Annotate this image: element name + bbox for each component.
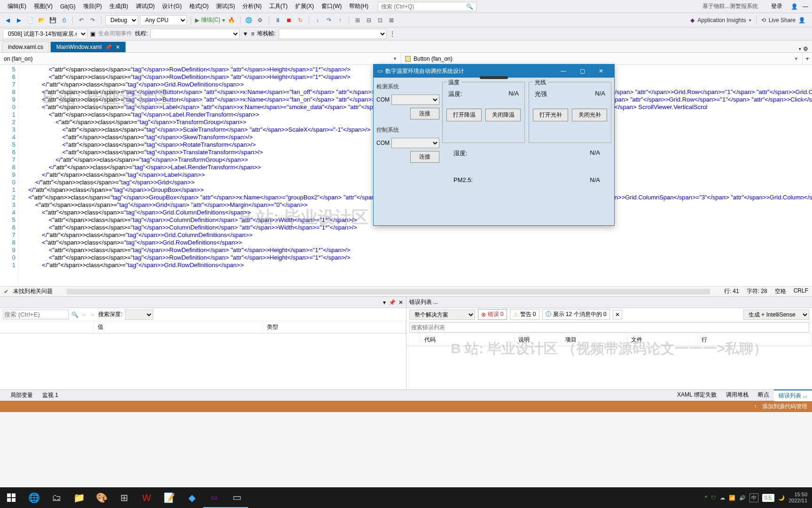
menu-project[interactable]: 项目(P) [79,0,106,12]
window-minimize-icon[interactable]: — [803,3,808,10]
scope-dropdown[interactable]: on (fan_on) ▼ [0,53,401,64]
liveshare-icon[interactable]: ⟲ [761,17,766,24]
menu-search-input[interactable] [381,3,466,10]
menu-design[interactable]: 设计(G) [158,0,185,12]
step-into-icon[interactable]: ↓ [313,16,322,25]
taskbar-app-icon[interactable]: 🎨 [90,487,113,508]
connect-button-2[interactable]: 连接 [410,151,439,163]
close-light-button[interactable]: 关闭光补 [572,109,607,121]
taskbar-app-icon[interactable]: ◆ [180,487,203,508]
member-dropdown[interactable]: Button (fan_on) ▼ [401,53,803,64]
pin-icon[interactable]: 📌 [105,44,112,50]
tab-cs-file[interactable]: indow.xaml.cs [2,41,49,52]
save-all-icon[interactable]: ⎙ [59,16,69,25]
nav-forward-icon[interactable]: ▶ [14,16,23,25]
open-file-icon[interactable]: 📂 [37,16,46,25]
build-select[interactable]: 生成 + IntelliSense [743,310,809,320]
config-select[interactable]: Debug [105,15,138,25]
com-select-1[interactable] [391,95,439,105]
start-button[interactable] [0,487,23,508]
minimize-button[interactable]: — [554,64,573,78]
undo-icon[interactable]: ↶ [77,16,86,25]
login-link[interactable]: 登录 [767,0,786,12]
close-cool-button[interactable]: 关闭降温 [485,109,521,121]
menu-build[interactable]: 生成(B) [106,0,132,12]
step-out-icon[interactable]: ↑ [336,16,345,25]
tray-ime-indicator[interactable]: 中 [750,493,758,502]
connect-button-1[interactable]: 连接 [410,108,439,119]
tab-errorlist[interactable]: 错误列表 ... [774,389,812,401]
depth-select[interactable] [125,310,153,320]
messages-filter[interactable]: ⓘ展示 12 个消息中的 0 [542,309,610,320]
taskbar-explorer-icon[interactable]: 📁 [68,487,90,508]
tray-security-icon[interactable]: 🛡 [711,495,716,500]
debug-toolbar-icon4[interactable]: ⊠ [387,16,396,25]
menu-search[interactable]: 🔍 [378,2,476,11]
watch-search-input[interactable] [3,310,69,319]
thread-select[interactable] [150,29,240,39]
eol-indicator[interactable]: CRLF [794,287,808,295]
user-icon[interactable]: 👤 [791,3,798,10]
toolbar-overflow-icon[interactable]: ⋮ [390,31,395,37]
restart-icon[interactable]: ↻ [296,16,305,25]
nav-back-icon[interactable]: ◀ [3,16,12,25]
taskbar-app-icon[interactable]: ⊞ [113,487,135,508]
tray-ime-icon[interactable]: S五 [762,494,774,502]
warnings-filter[interactable]: ⚠警告 0 [510,309,539,320]
new-file-icon[interactable]: 📄 [25,16,35,25]
line-indicator[interactable]: 行: 41 [724,287,739,295]
errorlist-search-input[interactable] [409,322,810,333]
menu-test[interactable]: 测试(S) [212,0,239,12]
tab-callstack[interactable]: 调用堆栈 [721,389,753,401]
tray-up-icon[interactable]: ^ [705,495,707,500]
taskbar-edge-icon[interactable]: 🌐 [23,487,45,508]
taskbar-running-app-icon[interactable]: ▭ [226,487,248,508]
save-icon[interactable]: 💾 [48,16,57,25]
continue-button[interactable]: ▶ 继续(C) ▾ [195,16,225,24]
debug-toolbar-icon[interactable]: ⊞ [353,16,362,25]
app-insights-icon[interactable]: ◆ [690,17,695,24]
taskbar-notes-icon[interactable]: 📝 [158,487,180,508]
menu-help[interactable]: 帮助(H) [345,0,372,12]
menu-extensions[interactable]: 扩展(X) [291,0,318,12]
char-indicator[interactable]: 字符: 28 [747,287,767,295]
filter-icon[interactable]: ▼ [242,31,248,37]
app-titlebar[interactable]: ▭ 数字温室环境自动调控系统设计 — ▢ ✕ [374,64,614,78]
feedback-icon[interactable]: 👤 [798,17,805,24]
liveshare-label[interactable]: Live Share [769,17,796,24]
hot-reload-icon[interactable]: 🔥 [227,16,236,25]
tab-breakpoints[interactable]: 断点 [753,389,774,401]
browser-icon[interactable]: 🌐 [244,16,254,25]
nav-forward-icon[interactable]: → [90,311,95,318]
scrollbar-horizontal[interactable] [67,289,710,294]
menu-tools[interactable]: 工具(T) [265,0,291,12]
taskbar-vs-icon[interactable]: ∞ [203,487,226,508]
clear-icon[interactable]: ✕ [613,310,622,319]
tool-icon[interactable]: ⚙ [256,16,265,25]
tab-locals[interactable]: 局部变量 [6,390,38,401]
menu-analyze[interactable]: 分析(N) [239,0,265,12]
taskbar-wps-icon[interactable]: W [135,487,158,508]
thread-icon[interactable]: ≡ [251,31,254,37]
lifecycle-icon[interactable]: ▣ [90,31,95,37]
pin-icon[interactable]: 📌 [389,299,396,306]
indent-indicator[interactable]: 空格 [775,287,786,295]
com-select-2[interactable] [391,138,439,148]
app-insights-label[interactable]: Application Insights [697,17,746,24]
add-button[interactable]: + [803,53,812,64]
search-icon[interactable]: 🔍 [71,311,78,318]
menu-format[interactable]: 格式(O) [186,0,212,12]
menu-debug[interactable]: 调试(D) [132,0,159,12]
tray-moon-icon[interactable]: 🌙 [778,495,785,501]
pause-icon[interactable]: ⏸ [273,16,282,25]
tray-volume-icon[interactable]: 🔊 [739,495,746,501]
scope-select[interactable]: 整个解决方案 [409,310,475,320]
close-button[interactable]: ✕ [592,64,610,78]
taskbar-app-icon[interactable]: 🗂 [45,487,68,508]
step-over-icon[interactable]: ↷ [324,16,334,25]
tray-onedrive-icon[interactable]: ☁ [720,495,725,501]
tab-xaml-fail[interactable]: XAML 绑定失败 [672,389,721,401]
tab-watch[interactable]: 监视 1 [38,390,63,401]
menu-window[interactable]: 窗口(W) [318,0,345,12]
source-control-icon[interactable]: ↑ [754,403,757,410]
